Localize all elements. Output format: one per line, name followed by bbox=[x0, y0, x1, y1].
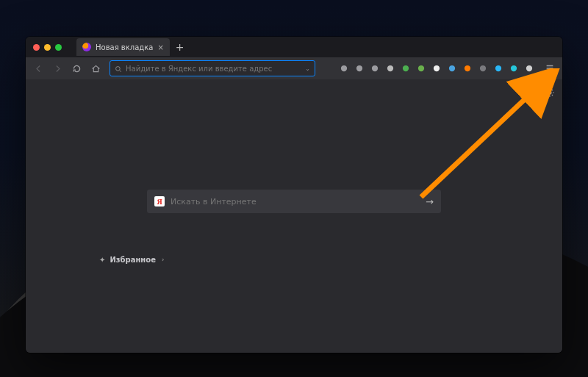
window-close-button[interactable] bbox=[33, 44, 40, 51]
library-icon[interactable] bbox=[353, 62, 366, 75]
extension-white-icon[interactable] bbox=[430, 62, 443, 75]
search-icon bbox=[115, 62, 122, 76]
svg-point-6 bbox=[418, 65, 424, 71]
window-controls bbox=[33, 44, 62, 51]
svg-point-5 bbox=[403, 65, 409, 71]
tab-close-button[interactable]: × bbox=[157, 43, 163, 51]
extension-cyan-icon[interactable] bbox=[492, 62, 505, 75]
urlbar-dropdown-button[interactable]: ⌄ bbox=[305, 65, 310, 72]
svg-point-1 bbox=[341, 65, 347, 71]
extension-icons bbox=[337, 62, 536, 75]
tab-active[interactable]: Новая вкладка × bbox=[76, 38, 170, 56]
svg-point-13 bbox=[526, 65, 532, 71]
svg-point-9 bbox=[465, 65, 470, 71]
extension-green2-icon[interactable] bbox=[415, 62, 428, 75]
yandex-icon: Я bbox=[154, 196, 165, 207]
extension-blue-icon[interactable] bbox=[445, 62, 459, 75]
firefox-account-icon[interactable] bbox=[384, 62, 397, 75]
extension-green-icon[interactable] bbox=[399, 62, 412, 75]
shield-icon[interactable] bbox=[368, 62, 381, 75]
noscript-icon[interactable] bbox=[523, 62, 536, 75]
new-tab-content: Я → ✦ Избранное › bbox=[26, 79, 562, 353]
favorites-icon: ✦ bbox=[99, 256, 105, 264]
reader-icon[interactable] bbox=[337, 62, 351, 75]
svg-point-10 bbox=[480, 65, 486, 71]
firefox-favicon-icon bbox=[82, 43, 91, 51]
chevron-right-icon: › bbox=[162, 256, 164, 263]
favorites-section-header[interactable]: ✦ Избранное › bbox=[99, 256, 164, 264]
window-maximize-button[interactable] bbox=[55, 44, 62, 51]
center-search-submit-button[interactable]: → bbox=[426, 196, 434, 207]
customize-newtab-button[interactable] bbox=[545, 87, 555, 101]
svg-point-4 bbox=[387, 65, 393, 71]
svg-point-0 bbox=[116, 66, 121, 71]
reload-button[interactable] bbox=[68, 60, 85, 76]
url-input[interactable] bbox=[126, 65, 301, 73]
extension-grey-icon[interactable] bbox=[476, 62, 490, 75]
svg-point-12 bbox=[511, 65, 517, 71]
svg-point-11 bbox=[495, 65, 501, 71]
svg-point-8 bbox=[449, 65, 455, 71]
svg-point-3 bbox=[372, 65, 378, 71]
url-bar[interactable]: ⌄ bbox=[110, 60, 315, 76]
center-search-box[interactable]: Я → bbox=[147, 190, 441, 213]
center-search-input[interactable] bbox=[171, 197, 420, 207]
svg-point-14 bbox=[548, 91, 551, 94]
app-menu-button[interactable] bbox=[542, 60, 558, 76]
new-tab-button[interactable]: + bbox=[170, 41, 190, 53]
tab-strip: Новая вкладка × + bbox=[26, 37, 562, 57]
extension-teal-icon[interactable] bbox=[507, 62, 520, 75]
home-button[interactable] bbox=[87, 60, 104, 76]
extension-orange-icon[interactable] bbox=[461, 62, 474, 75]
browser-window: Новая вкладка × + ⌄ bbox=[26, 37, 562, 353]
tab-title: Новая вкладка bbox=[96, 43, 153, 51]
nav-back-button[interactable] bbox=[30, 60, 46, 76]
svg-point-2 bbox=[356, 65, 362, 71]
nav-forward-button[interactable] bbox=[49, 60, 65, 76]
toolbar: ⌄ bbox=[26, 57, 562, 79]
svg-point-7 bbox=[434, 65, 440, 71]
favorites-label: Избранное bbox=[110, 256, 156, 264]
center-search-container: Я → bbox=[147, 190, 441, 213]
window-minimize-button[interactable] bbox=[44, 44, 51, 51]
